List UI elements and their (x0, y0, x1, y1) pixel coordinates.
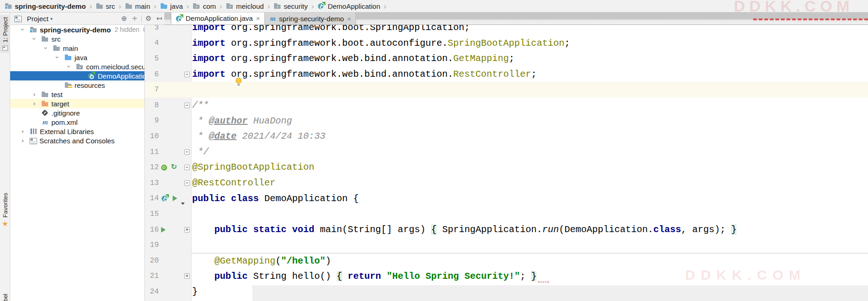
fold-marker-icon[interactable]: − (184, 149, 190, 155)
line-number: 14 (145, 194, 159, 203)
line-number: 16 (145, 226, 159, 234)
code-token: { (431, 224, 437, 235)
code-token: , args); (681, 224, 731, 235)
breadcrumb-separator-icon: › (217, 1, 225, 11)
breadcrumb-item[interactable]: java (159, 0, 184, 12)
project-panel-header: Project ▾ ⊕÷⚙↤ (10, 12, 164, 25)
intention-bulb-icon[interactable] (236, 78, 242, 84)
tree-row[interactable]: .gitignore (10, 108, 144, 117)
fold-marker-icon[interactable]: − (184, 180, 190, 186)
fold-column: − (183, 149, 191, 155)
tree-item-label: pom.xml (51, 118, 78, 126)
tree-row[interactable]: ›External Libraries (10, 127, 144, 136)
tree-row[interactable]: ›test (10, 90, 144, 99)
tool-stripe-tab-rebel[interactable]: Rebel (0, 294, 10, 301)
fold-column: − (183, 72, 191, 77)
run-button-icon[interactable] (161, 227, 166, 233)
breadcrumb-item[interactable]: main (124, 0, 151, 12)
tree-chevron-icon[interactable]: › (16, 137, 30, 144)
folder-pkg-icon (193, 2, 200, 10)
breadcrumb-item[interactable]: src (95, 0, 116, 12)
tab-close-icon[interactable]: × (256, 14, 260, 22)
hide-panel-icon[interactable]: ↤ (156, 14, 162, 23)
editor-gutter: 8− (145, 98, 191, 113)
tree-chevron-icon[interactable]: › (27, 100, 41, 107)
tree-item-label: java (75, 54, 87, 61)
project-tree-panel: ›spring-security-demo2 hiddenC:\Users›sr… (10, 25, 145, 301)
editor-gutter: 21+ (145, 269, 191, 284)
editor-gutter: 11− (145, 144, 191, 160)
chevron-down-icon[interactable]: ▾ (50, 16, 53, 21)
tree-chevron-icon[interactable]: › (16, 128, 30, 135)
editor-tab[interactable]: DemoApplication.java× (171, 12, 265, 25)
breadcrumb-item[interactable]: security (273, 0, 309, 12)
tree-row[interactable]: resources (10, 80, 144, 90)
tree-chevron-icon[interactable]: › (50, 54, 64, 61)
fold-marker-icon[interactable]: + (184, 273, 190, 279)
tool-stripe-tab-favorites[interactable]: Favorites ★ (0, 193, 10, 227)
tree-row[interactable]: ›com.meicloud.security (10, 62, 144, 71)
tree-item-label: resources (75, 81, 105, 89)
boot-icon (318, 2, 325, 10)
code-line: 19 (145, 237, 868, 253)
code-line: 7 (145, 82, 868, 98)
code-token: ; (509, 53, 514, 64)
tree-chevron-icon[interactable]: › (27, 91, 41, 98)
tab-close-icon[interactable]: × (347, 15, 351, 23)
code-token: run (542, 224, 559, 235)
editor-tab[interactable]: mspring-security-demo× (265, 12, 356, 25)
gutter-icons (159, 36, 183, 51)
tree-row[interactable]: mpom.xml (10, 117, 144, 127)
fold-marker-icon[interactable]: − (184, 165, 190, 170)
code-token: ; (531, 69, 537, 80)
tool-stripe-tab-project[interactable]: 1: Project (0, 15, 10, 53)
tree-row[interactable]: ›java (10, 53, 144, 62)
collapse-all-icon[interactable]: ÷ (131, 14, 137, 23)
breadcrumb-item[interactable]: spring-security-demo (4, 0, 87, 12)
tree-chevron-icon[interactable]: › (16, 26, 30, 33)
locate-icon[interactable]: ⊕ (121, 14, 127, 23)
fold-marker-icon[interactable]: + (184, 227, 190, 233)
breadcrumb-item[interactable]: DemoApplication (317, 0, 381, 12)
spring-bean-icon (161, 165, 167, 171)
folder-res-icon (64, 81, 72, 89)
fold-marker-icon[interactable]: − (184, 103, 190, 108)
breadcrumb-item[interactable]: meicloud (225, 0, 265, 12)
code-line: 5import org.springframework.web.bind.ann… (145, 51, 868, 67)
code-token: org.springframework.web.bind.annotation. (225, 69, 453, 80)
tree-row[interactable]: ›src (10, 34, 144, 43)
code-token: RestController (453, 69, 531, 80)
breadcrumb-label: com (203, 2, 216, 10)
code-line: 10 * @date 2021/4/24 10:33 (145, 129, 868, 144)
tree-item-label: .gitignore (51, 109, 80, 117)
code-line: 14public class DemoApplication { (145, 191, 868, 207)
breadcrumb-separator-icon: › (184, 1, 192, 11)
editor-gutter: 19 (145, 237, 191, 253)
gutter-icons (159, 67, 183, 82)
breadcrumb-item[interactable]: com (192, 0, 217, 12)
tree-row[interactable]: ›main (10, 43, 144, 53)
code-token: org.springframework.boot.autoconfigure. (225, 38, 448, 49)
tree-row[interactable]: ›spring-security-demo2 hiddenC:\Users (10, 25, 144, 34)
spring-rescan-icon: ↻ (171, 164, 179, 171)
code-token: void (292, 224, 314, 235)
line-number: 3 (145, 25, 159, 32)
code-token: @RestController (192, 178, 275, 188)
code-editor[interactable]: 3import org.springframework.boot.SpringA… (145, 25, 868, 301)
tree-chevron-icon[interactable]: › (62, 63, 76, 70)
fold-marker-icon[interactable]: − (184, 72, 190, 77)
project-panel-title[interactable]: Project (27, 15, 49, 23)
tree-chevron-icon[interactable]: › (39, 44, 53, 52)
settings-icon[interactable]: ⚙ (145, 14, 151, 23)
gutter-icons (159, 284, 183, 300)
code-token (342, 271, 348, 282)
code-line: 20 @GetMapping("/hello") (145, 253, 868, 269)
tree-row[interactable]: DemoApplication (10, 71, 144, 80)
code-text: * @author HuaDong (191, 113, 868, 129)
code-token: import (192, 38, 225, 49)
tree-row[interactable]: ›target (10, 99, 144, 108)
tree-row[interactable]: ›Scratches and Consoles (10, 136, 144, 145)
run-button-icon[interactable] (173, 196, 177, 201)
code-text: import org.springframework.boot.autoconf… (191, 36, 868, 51)
tree-chevron-icon[interactable]: › (27, 35, 41, 43)
